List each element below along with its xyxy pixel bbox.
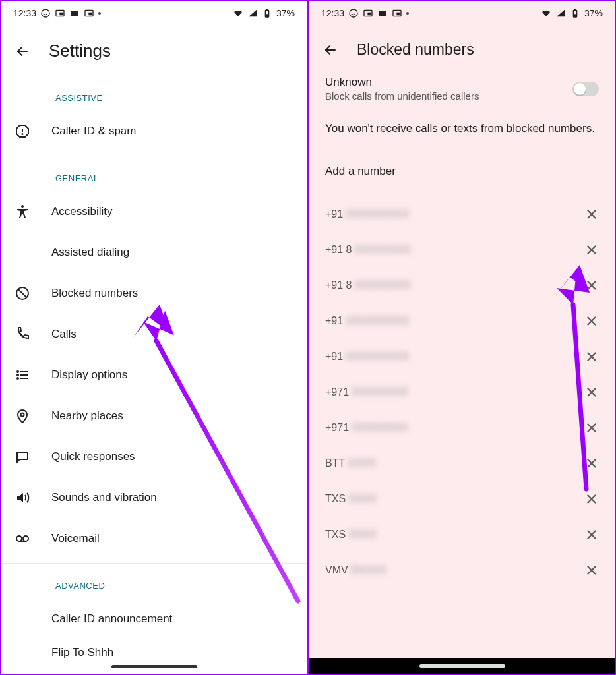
- item-label: Accessibility: [51, 205, 113, 218]
- blocked-number-row: BTTXXXX: [309, 446, 615, 481]
- message-icon: [15, 449, 30, 465]
- remove-number-button[interactable]: [584, 492, 599, 506]
- more-notifications-dot: [98, 12, 101, 15]
- svg-point-28: [350, 9, 357, 17]
- whatsapp-icon: [348, 8, 359, 18]
- item-display-options[interactable]: Display options: [1, 355, 307, 396]
- blocked-number-row: +91XXXXXXXXX: [309, 303, 615, 339]
- phone-icon: [15, 326, 30, 342]
- remove-number-button[interactable]: [584, 456, 599, 471]
- gesture-nav-pill[interactable]: [419, 664, 505, 668]
- blocked-number: BTTXXXX: [325, 457, 376, 469]
- item-voicemail[interactable]: Voicemail: [1, 518, 307, 559]
- battery-icon: [262, 8, 272, 18]
- divider: [1, 156, 307, 156]
- item-accessibility[interactable]: Accessibility: [1, 191, 307, 232]
- remove-number-button[interactable]: [584, 207, 599, 221]
- status-bar: 12:33 37%: [1, 1, 307, 25]
- section-header-general: GENERAL: [1, 160, 307, 191]
- icon-placeholder: [15, 245, 30, 260]
- item-assisted-dialing[interactable]: Assisted dialing: [1, 232, 307, 273]
- svg-rect-31: [379, 11, 386, 16]
- accessibility-icon: [15, 204, 30, 220]
- blocked-number: +91XXXXXXXXX: [325, 315, 409, 327]
- add-number-button[interactable]: Add a number: [309, 153, 615, 196]
- remove-number-button[interactable]: [584, 349, 599, 364]
- status-right: 37%: [541, 8, 603, 18]
- remove-number-button[interactable]: [584, 421, 599, 435]
- battery-percent: 37%: [276, 8, 295, 18]
- block-icon: [15, 285, 30, 301]
- icon-placeholder: [15, 645, 30, 660]
- switch-off[interactable]: [572, 82, 599, 96]
- battery-icon: [570, 8, 580, 18]
- svg-point-19: [17, 378, 18, 379]
- back-button[interactable]: [323, 42, 338, 58]
- status-time: 12:33: [321, 8, 344, 18]
- item-caller-id-announcement[interactable]: Caller ID announcement: [1, 599, 307, 639]
- blocked-number-row: VMVDXXXX: [309, 552, 615, 588]
- item-label: Nearby places: [51, 409, 123, 423]
- cellular-icon: [555, 8, 566, 18]
- item-label: Voicemail: [51, 532, 100, 545]
- blocked-number: +91 8XXXXXXXX: [325, 244, 411, 256]
- item-label: Display options: [51, 368, 127, 382]
- remove-number-button[interactable]: [584, 278, 599, 293]
- item-flip-to-shhh[interactable]: Flip To Shhh: [1, 639, 307, 666]
- remove-number-button[interactable]: [584, 563, 599, 577]
- item-label: Caller ID & spam: [51, 125, 136, 138]
- svg-point-15: [17, 371, 18, 372]
- blocked-number-row: +91 8XXXXXXXX: [309, 232, 615, 268]
- item-label: Calls: [51, 328, 77, 341]
- svg-point-21: [21, 413, 24, 417]
- svg-rect-2: [60, 13, 63, 15]
- item-nearby-places[interactable]: Nearby places: [1, 396, 307, 436]
- location-icon: [15, 408, 30, 424]
- svg-point-11: [22, 134, 23, 134]
- app-bar: Blocked numbers: [309, 25, 615, 72]
- settings-list[interactable]: ASSISTIVE Caller ID & spam GENERAL Acces…: [1, 74, 307, 674]
- pip-icon-2: [392, 8, 402, 18]
- item-calls[interactable]: Calls: [1, 314, 307, 355]
- svg-rect-5: [89, 13, 92, 15]
- item-label: Flip To Shhh: [51, 646, 113, 659]
- alert-octagon-icon: [15, 123, 30, 139]
- item-sounds-vibration[interactable]: Sounds and vibration: [1, 477, 307, 518]
- blocked-number: TXSXXXX: [325, 493, 377, 505]
- item-label: Sounds and vibration: [51, 491, 157, 504]
- app-badge-icon: [377, 8, 388, 18]
- svg-rect-7: [266, 9, 268, 10]
- remove-number-button[interactable]: [584, 243, 599, 257]
- gesture-nav-pill[interactable]: [111, 665, 197, 668]
- pip-icon: [363, 8, 373, 18]
- divider: [1, 563, 307, 564]
- phone-blocked-numbers-screen: 12:33 37%: [308, 0, 616, 675]
- remove-number-button[interactable]: [584, 527, 599, 542]
- item-caller-id-spam[interactable]: Caller ID & spam: [1, 111, 307, 152]
- item-blocked-numbers[interactable]: Blocked numbers: [1, 273, 307, 314]
- cellular-icon: [247, 8, 258, 18]
- item-label: Caller ID announcement: [51, 612, 172, 626]
- blocked-numbers-list: +91XXXXXXXXX+91 8XXXXXXXX+91 8XXXXXXXX+9…: [309, 196, 615, 588]
- voicemail-icon: [15, 531, 30, 546]
- back-button[interactable]: [15, 44, 30, 59]
- item-quick-responses[interactable]: Quick responses: [1, 436, 307, 477]
- item-label: Assisted dialing: [51, 246, 129, 259]
- blocked-number: VMVDXXXX: [325, 564, 386, 576]
- remove-number-button[interactable]: [584, 314, 599, 328]
- svg-rect-30: [368, 13, 371, 15]
- svg-rect-3: [71, 11, 78, 16]
- page-title: Blocked numbers: [357, 41, 474, 59]
- remove-number-button[interactable]: [584, 385, 599, 399]
- app-badge-icon: [69, 8, 80, 18]
- blocked-number-row: TXSXXXX: [309, 481, 615, 517]
- blocked-number-row: +91XXXXXXXXX: [309, 196, 615, 232]
- svg-point-12: [21, 205, 24, 208]
- toggle-subtitle: Block calls from unidentified callers: [325, 90, 562, 102]
- blocked-number-row: TXSXXXX: [309, 517, 615, 552]
- page-title: Settings: [49, 41, 111, 61]
- wifi-icon: [541, 8, 551, 18]
- svg-point-0: [42, 9, 49, 17]
- toggle-unknown-callers[interactable]: Unknown Block calls from unidentified ca…: [309, 72, 615, 113]
- status-right: 37%: [233, 8, 295, 18]
